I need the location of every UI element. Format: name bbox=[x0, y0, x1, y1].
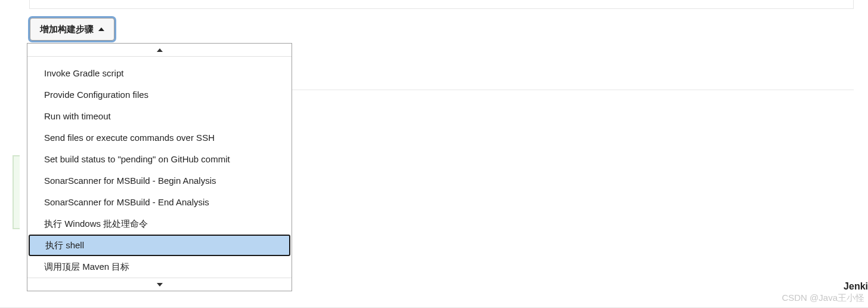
dropdown-scroll-down-button[interactable] bbox=[27, 278, 292, 291]
caret-up-icon bbox=[98, 27, 104, 31]
dropdown-scroll-up-button[interactable] bbox=[27, 44, 292, 57]
dropdown-option[interactable]: Invoke Ant bbox=[27, 57, 292, 63]
dropdown-option[interactable]: Provide Configuration files bbox=[27, 84, 292, 106]
dropdown-option[interactable]: Invoke Gradle script bbox=[27, 63, 292, 84]
dropdown-option[interactable]: Set build status to "pending" on GitHub … bbox=[27, 149, 292, 170]
dropdown-option-list: Invoke AntInvoke Gradle scriptProvide Co… bbox=[27, 57, 292, 278]
chevron-up-icon bbox=[157, 48, 163, 52]
dropdown-option[interactable]: Send files or execute commands over SSH bbox=[27, 127, 292, 149]
add-build-step-label: 增加构建步骤 bbox=[40, 24, 94, 35]
csdn-watermark: CSDN @Java王小怪 bbox=[782, 292, 864, 304]
dropdown-option[interactable]: SonarScanner for MSBuild - End Analysis bbox=[27, 192, 292, 213]
chevron-down-icon bbox=[157, 283, 163, 287]
build-step-dropdown: Invoke AntInvoke Gradle scriptProvide Co… bbox=[27, 43, 292, 291]
add-build-step-button[interactable]: 增加构建步骤 bbox=[30, 18, 114, 41]
dropdown-option[interactable]: Run with timeout bbox=[27, 106, 292, 127]
dropdown-option[interactable]: 调用顶层 Maven 目标 bbox=[27, 256, 292, 278]
app-title-fragment: Jenki bbox=[844, 281, 868, 292]
dropdown-option[interactable]: SonarScanner for MSBuild - Begin Analysi… bbox=[27, 170, 292, 192]
success-highlight-edge bbox=[13, 155, 20, 229]
dropdown-option[interactable]: 执行 Windows 批处理命令 bbox=[27, 213, 292, 235]
panel-border-top bbox=[29, 0, 854, 9]
dropdown-option[interactable]: 执行 shell bbox=[29, 235, 290, 256]
